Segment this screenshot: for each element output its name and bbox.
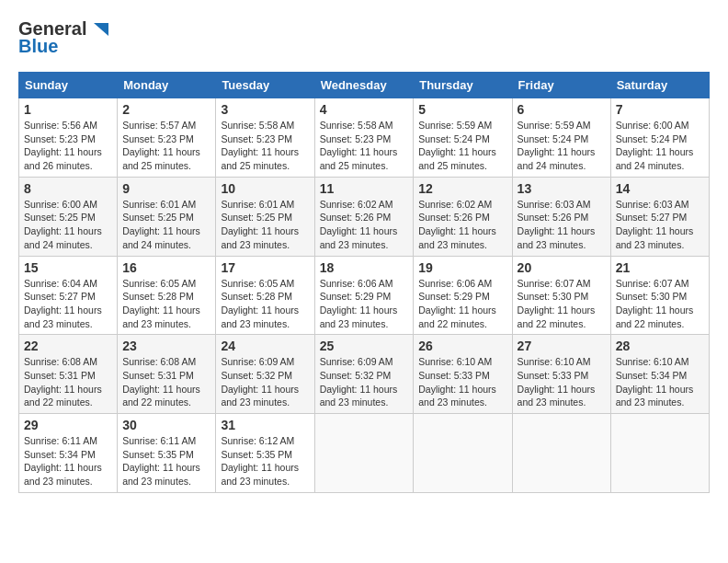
calendar-day-cell: 23Sunrise: 6:08 AM Sunset: 5:31 PM Dayli… [118,335,216,414]
calendar-day-cell: 26Sunrise: 6:10 AM Sunset: 5:33 PM Dayli… [414,335,512,414]
day-info: Sunrise: 6:01 AM Sunset: 5:25 PM Dayligh… [221,198,309,252]
day-number: 7 [616,102,704,117]
weekday-header: Thursday [414,73,512,98]
day-info: Sunrise: 6:11 AM Sunset: 5:35 PM Dayligh… [122,434,210,488]
calendar-week-row: 1Sunrise: 5:56 AM Sunset: 5:23 PM Daylig… [19,98,710,178]
calendar-day-cell [512,414,610,493]
calendar-body: 1Sunrise: 5:56 AM Sunset: 5:23 PM Daylig… [19,98,710,493]
calendar-day-cell: 25Sunrise: 6:09 AM Sunset: 5:32 PM Dayli… [314,335,414,414]
calendar-day-cell: 10Sunrise: 6:01 AM Sunset: 5:25 PM Dayli… [216,177,314,256]
day-info: Sunrise: 6:11 AM Sunset: 5:34 PM Dayligh… [24,434,112,488]
calendar-day-cell: 2Sunrise: 5:57 AM Sunset: 5:23 PM Daylig… [118,98,216,178]
day-number: 5 [418,102,506,117]
day-info: Sunrise: 6:02 AM Sunset: 5:26 PM Dayligh… [418,198,506,252]
day-info: Sunrise: 6:10 AM Sunset: 5:33 PM Dayligh… [518,355,606,409]
calendar-day-cell: 5Sunrise: 5:59 AM Sunset: 5:24 PM Daylig… [414,98,512,178]
day-info: Sunrise: 6:08 AM Sunset: 5:31 PM Dayligh… [122,355,210,409]
weekday-header: Wednesday [314,73,414,98]
page-header: General Blue [18,18,710,57]
weekday-header: Monday [118,73,216,98]
day-info: Sunrise: 6:06 AM Sunset: 5:29 PM Dayligh… [418,277,506,331]
day-info: Sunrise: 6:05 AM Sunset: 5:28 PM Dayligh… [122,277,210,331]
day-info: Sunrise: 6:09 AM Sunset: 5:32 PM Dayligh… [221,355,309,409]
calendar-day-cell: 30Sunrise: 6:11 AM Sunset: 5:35 PM Dayli… [118,414,216,493]
day-number: 1 [24,102,112,117]
svg-marker-0 [94,23,108,36]
calendar-day-cell: 19Sunrise: 6:06 AM Sunset: 5:29 PM Dayli… [414,256,512,335]
calendar-week-row: 8Sunrise: 6:00 AM Sunset: 5:25 PM Daylig… [19,177,710,256]
calendar-header-row: SundayMondayTuesdayWednesdayThursdayFrid… [19,73,710,98]
day-info: Sunrise: 6:01 AM Sunset: 5:25 PM Dayligh… [122,198,210,252]
calendar-day-cell: 18Sunrise: 6:06 AM Sunset: 5:29 PM Dayli… [314,256,414,335]
day-info: Sunrise: 6:12 AM Sunset: 5:35 PM Dayligh… [221,434,309,488]
logo: General Blue [18,18,108,57]
calendar-day-cell: 22Sunrise: 6:08 AM Sunset: 5:31 PM Dayli… [19,335,118,414]
day-number: 25 [320,339,409,353]
day-info: Sunrise: 6:04 AM Sunset: 5:27 PM Dayligh… [24,277,112,331]
calendar-day-cell: 13Sunrise: 6:03 AM Sunset: 5:26 PM Dayli… [512,177,610,256]
calendar-week-row: 29Sunrise: 6:11 AM Sunset: 5:34 PM Dayli… [19,414,710,493]
day-number: 19 [418,260,506,275]
day-number: 10 [221,181,309,196]
day-number: 20 [518,260,606,275]
calendar-day-cell: 1Sunrise: 5:56 AM Sunset: 5:23 PM Daylig… [19,98,118,178]
logo-arrow-icon [88,19,108,40]
weekday-header: Saturday [610,73,709,98]
calendar-week-row: 15Sunrise: 6:04 AM Sunset: 5:27 PM Dayli… [19,256,710,335]
day-info: Sunrise: 6:00 AM Sunset: 5:24 PM Dayligh… [616,119,704,173]
day-number: 29 [24,418,112,432]
calendar-day-cell: 29Sunrise: 6:11 AM Sunset: 5:34 PM Dayli… [19,414,118,493]
day-number: 28 [616,339,704,353]
day-info: Sunrise: 5:57 AM Sunset: 5:23 PM Dayligh… [122,119,210,173]
day-info: Sunrise: 6:03 AM Sunset: 5:26 PM Dayligh… [518,198,606,252]
weekday-header: Sunday [19,73,118,98]
calendar-day-cell: 7Sunrise: 6:00 AM Sunset: 5:24 PM Daylig… [610,98,709,178]
day-info: Sunrise: 6:10 AM Sunset: 5:34 PM Dayligh… [616,355,704,409]
day-info: Sunrise: 6:08 AM Sunset: 5:31 PM Dayligh… [24,355,112,409]
calendar-day-cell: 6Sunrise: 5:59 AM Sunset: 5:24 PM Daylig… [512,98,610,178]
day-info: Sunrise: 6:00 AM Sunset: 5:25 PM Dayligh… [24,198,112,252]
day-number: 26 [418,339,506,353]
day-number: 6 [518,102,606,117]
day-number: 24 [221,339,309,353]
day-info: Sunrise: 5:59 AM Sunset: 5:24 PM Dayligh… [518,119,606,173]
day-number: 18 [320,260,409,275]
calendar-day-cell: 3Sunrise: 5:58 AM Sunset: 5:23 PM Daylig… [216,98,314,178]
day-number: 3 [221,102,309,117]
weekday-header: Tuesday [216,73,314,98]
day-number: 13 [518,181,606,196]
logo-blue: Blue [18,36,58,57]
day-info: Sunrise: 5:59 AM Sunset: 5:24 PM Dayligh… [418,119,506,173]
day-number: 11 [320,181,409,196]
day-number: 27 [518,339,606,353]
day-info: Sunrise: 6:07 AM Sunset: 5:30 PM Dayligh… [616,277,704,331]
calendar-day-cell: 17Sunrise: 6:05 AM Sunset: 5:28 PM Dayli… [216,256,314,335]
day-number: 9 [122,181,210,196]
calendar-day-cell: 16Sunrise: 6:05 AM Sunset: 5:28 PM Dayli… [118,256,216,335]
calendar-day-cell: 28Sunrise: 6:10 AM Sunset: 5:34 PM Dayli… [610,335,709,414]
calendar-day-cell: 31Sunrise: 6:12 AM Sunset: 5:35 PM Dayli… [216,414,314,493]
calendar-day-cell [414,414,512,493]
day-info: Sunrise: 5:58 AM Sunset: 5:23 PM Dayligh… [221,119,309,173]
day-info: Sunrise: 6:05 AM Sunset: 5:28 PM Dayligh… [221,277,309,331]
calendar-table: SundayMondayTuesdayWednesdayThursdayFrid… [18,72,710,493]
day-number: 17 [221,260,309,275]
calendar-day-cell: 12Sunrise: 6:02 AM Sunset: 5:26 PM Dayli… [414,177,512,256]
day-number: 4 [320,102,409,117]
calendar-day-cell: 4Sunrise: 5:58 AM Sunset: 5:23 PM Daylig… [314,98,414,178]
day-number: 8 [24,181,112,196]
day-number: 23 [122,339,210,353]
calendar-day-cell: 15Sunrise: 6:04 AM Sunset: 5:27 PM Dayli… [19,256,118,335]
day-number: 14 [616,181,704,196]
calendar-day-cell: 11Sunrise: 6:02 AM Sunset: 5:26 PM Dayli… [314,177,414,256]
day-info: Sunrise: 6:09 AM Sunset: 5:32 PM Dayligh… [320,355,409,409]
day-number: 15 [24,260,112,275]
calendar-day-cell: 21Sunrise: 6:07 AM Sunset: 5:30 PM Dayli… [610,256,709,335]
day-number: 12 [418,181,506,196]
day-number: 21 [616,260,704,275]
calendar-day-cell: 24Sunrise: 6:09 AM Sunset: 5:32 PM Dayli… [216,335,314,414]
calendar-day-cell [610,414,709,493]
day-info: Sunrise: 6:02 AM Sunset: 5:26 PM Dayligh… [320,198,409,252]
day-number: 30 [122,418,210,432]
day-number: 2 [122,102,210,117]
